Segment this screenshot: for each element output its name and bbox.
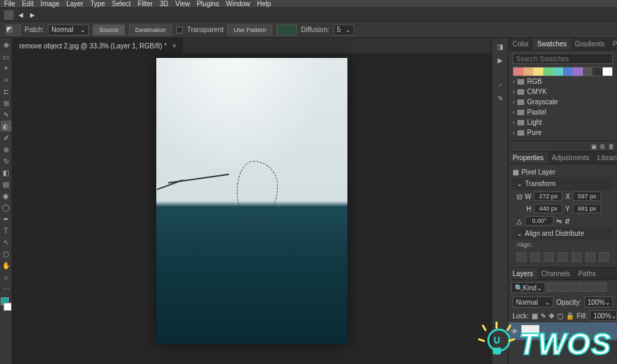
history-brush-icon[interactable]: ↻ bbox=[1, 155, 12, 166]
swatch-search-input[interactable] bbox=[513, 53, 613, 64]
rotation-input[interactable] bbox=[525, 216, 554, 226]
actions-panel-icon[interactable]: ▶ bbox=[494, 55, 506, 65]
swatch-group[interactable]: ›Light bbox=[513, 117, 613, 127]
tab-channels[interactable]: Channels bbox=[537, 268, 574, 279]
brush-tool-icon[interactable]: ✐ bbox=[1, 132, 12, 143]
link-size-icon[interactable]: ⊟ bbox=[517, 193, 522, 200]
swatch-group[interactable]: ›Pastel bbox=[513, 107, 613, 117]
chevron-left-icon[interactable]: ◀ bbox=[16, 10, 25, 20]
new-swatch-icon[interactable]: ⊞ bbox=[600, 143, 605, 150]
transparent-checkbox[interactable] bbox=[176, 27, 183, 33]
trash-icon[interactable]: 🗑 bbox=[608, 143, 614, 150]
tab-layers[interactable]: Layers bbox=[508, 268, 537, 279]
tab-patterns[interactable]: Patterns bbox=[609, 38, 617, 50]
edit-toolbar-icon[interactable]: ⋯ bbox=[1, 283, 12, 294]
blur-tool-icon[interactable]: ◉ bbox=[1, 190, 12, 201]
swatch[interactable] bbox=[553, 67, 563, 76]
height-input[interactable] bbox=[534, 204, 562, 213]
source-button[interactable]: Source bbox=[93, 25, 125, 35]
tab-gradients[interactable]: Gradients bbox=[571, 38, 608, 50]
eyedropper-icon[interactable]: ✎ bbox=[1, 109, 12, 120]
menu-3d[interactable]: 3D bbox=[160, 0, 169, 7]
brushes-panel-icon[interactable]: ⟋ bbox=[494, 79, 506, 90]
swatch[interactable] bbox=[573, 67, 583, 76]
menu-plugins[interactable]: Plugins bbox=[197, 0, 219, 7]
swatch-group[interactable]: ›Grayscale bbox=[513, 97, 613, 107]
patch-mode-select[interactable]: Normal⌄ bbox=[48, 25, 89, 35]
flip-horizontal-icon[interactable]: ⇋ bbox=[556, 217, 562, 225]
frame-tool-icon[interactable]: ⊞ bbox=[1, 97, 12, 108]
new-group-icon[interactable]: ▣ bbox=[591, 143, 597, 150]
zoom-tool-icon[interactable]: ⌕ bbox=[1, 271, 12, 282]
destination-button[interactable]: Destination bbox=[129, 25, 172, 35]
distribute-icon[interactable] bbox=[599, 252, 609, 262]
swatch[interactable] bbox=[543, 67, 554, 76]
use-pattern-button[interactable]: Use Pattern bbox=[227, 25, 272, 35]
swatch[interactable] bbox=[603, 67, 613, 76]
opacity-input[interactable]: 100%⌄ bbox=[584, 297, 613, 307]
menu-help[interactable]: Help bbox=[257, 0, 272, 7]
menu-image[interactable]: Image bbox=[40, 0, 59, 7]
move-tool-icon[interactable]: ✥ bbox=[1, 40, 12, 50]
crop-tool-icon[interactable]: ⊏ bbox=[1, 86, 12, 97]
path-tool-icon[interactable]: ↖ bbox=[1, 237, 12, 247]
dodge-tool-icon[interactable]: ◯ bbox=[1, 202, 12, 213]
patch-tool-icon[interactable]: ◐ bbox=[1, 121, 12, 132]
swatch-group[interactable]: ›CMYK bbox=[513, 87, 613, 97]
flip-vertical-icon[interactable]: ⇵ bbox=[564, 217, 570, 225]
swatch[interactable] bbox=[533, 67, 543, 76]
history-panel-icon[interactable]: ◨ bbox=[494, 41, 506, 52]
filter-shape-icon[interactable] bbox=[584, 282, 594, 292]
align-right-icon[interactable] bbox=[544, 252, 554, 262]
tab-color[interactable]: Color bbox=[508, 38, 533, 50]
canvas[interactable] bbox=[156, 58, 347, 344]
swatch-group[interactable]: ›RGB bbox=[513, 76, 613, 87]
swatch-group[interactable]: ›Pure bbox=[513, 127, 613, 138]
menu-window[interactable]: Window bbox=[226, 0, 250, 7]
tab-swatches[interactable]: Swatches bbox=[533, 38, 571, 50]
x-input[interactable] bbox=[573, 192, 601, 201]
type-tool-icon[interactable]: T bbox=[1, 225, 12, 236]
foreground-background-color[interactable] bbox=[1, 297, 12, 311]
tool-preset-icon[interactable]: ◩ bbox=[5, 25, 20, 35]
swatch[interactable] bbox=[583, 67, 593, 76]
tab-paths[interactable]: Paths bbox=[574, 268, 600, 279]
align-top-icon[interactable] bbox=[558, 252, 567, 262]
diffusion-input[interactable]: 5⌄ bbox=[334, 25, 354, 35]
width-input[interactable] bbox=[534, 192, 562, 201]
menu-type[interactable]: Type bbox=[90, 0, 105, 7]
marquee-tool-icon[interactable]: ▭ bbox=[1, 51, 12, 62]
eraser-tool-icon[interactable]: ◧ bbox=[1, 167, 12, 178]
brush-settings-icon[interactable]: ✎ bbox=[494, 93, 506, 104]
lock-artboard-icon[interactable]: ▢ bbox=[557, 312, 563, 320]
tab-properties[interactable]: Properties bbox=[508, 152, 548, 164]
filter-smart-icon[interactable] bbox=[596, 282, 607, 292]
filter-type-icon[interactable] bbox=[571, 282, 582, 292]
menu-view[interactable]: View bbox=[175, 0, 190, 7]
menu-select[interactable]: Select bbox=[112, 0, 131, 7]
wand-tool-icon[interactable]: ✧ bbox=[1, 74, 12, 85]
menu-filter[interactable]: Filter bbox=[138, 0, 153, 7]
pattern-picker[interactable] bbox=[276, 25, 297, 35]
lasso-tool-icon[interactable]: ⌖ bbox=[1, 63, 12, 74]
filter-adjustment-icon[interactable] bbox=[559, 282, 570, 292]
gradient-tool-icon[interactable]: ▤ bbox=[1, 179, 12, 189]
close-tab-icon[interactable]: × bbox=[172, 42, 176, 50]
layer-filter-type[interactable]: 🔍Kind⌄ bbox=[511, 282, 545, 293]
menu-edit[interactable]: Edit bbox=[22, 0, 33, 7]
tab-libraries[interactable]: Libraries bbox=[594, 152, 617, 164]
swatch[interactable] bbox=[523, 67, 534, 76]
document-tab[interactable]: remove object 2.jpg @ 33.3% (Layer 1, RG… bbox=[12, 38, 183, 53]
swatch[interactable] bbox=[592, 67, 603, 76]
filter-pixel-icon[interactable] bbox=[547, 282, 558, 292]
lock-pixels-icon[interactable]: ✎ bbox=[541, 312, 546, 320]
align-left-icon[interactable] bbox=[517, 252, 526, 262]
align-center-v-icon[interactable] bbox=[572, 252, 582, 262]
fill-input[interactable]: 100%⌄ bbox=[590, 310, 617, 321]
pen-tool-icon[interactable]: ✒ bbox=[1, 213, 12, 224]
stamp-tool-icon[interactable]: ⊕ bbox=[1, 144, 12, 155]
home-icon[interactable] bbox=[4, 10, 14, 20]
swatch[interactable] bbox=[513, 67, 523, 76]
align-bottom-icon[interactable] bbox=[586, 252, 595, 262]
transform-header[interactable]: ⌄Transform bbox=[513, 177, 613, 190]
